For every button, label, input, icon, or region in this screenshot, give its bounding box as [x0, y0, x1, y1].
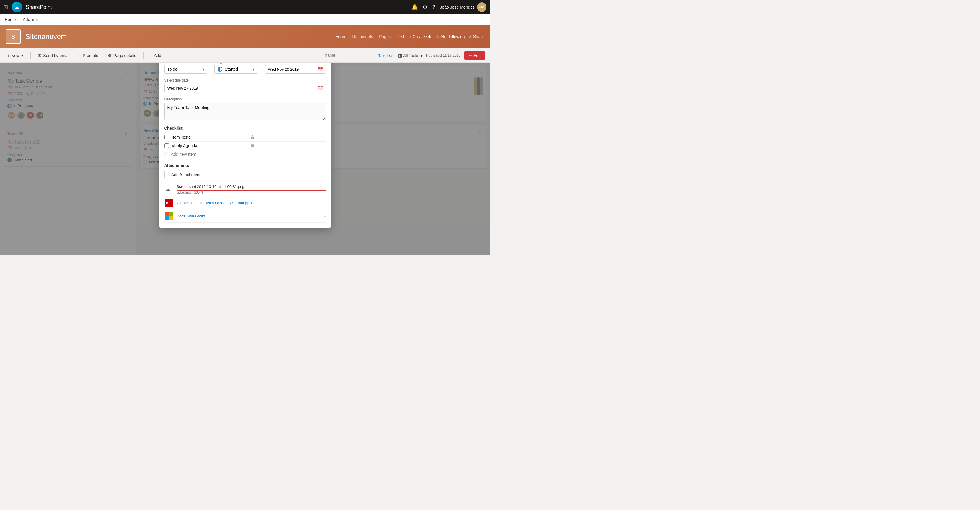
share-button[interactable]: ↗ Share [468, 34, 484, 39]
office-more-button[interactable]: ··· [323, 214, 326, 218]
send-email-button[interactable]: ✉ Send by email [35, 52, 72, 59]
refresh-icon: ↻ [378, 53, 382, 58]
app-name: SharePoint [26, 4, 52, 10]
modal-overlay: ··· ✕ ✓ ✓ Team Task - Meeting • [0, 63, 490, 255]
upload-icon: ☁↑ [164, 185, 174, 194]
office-icon [164, 211, 174, 221]
page-details-button[interactable]: ⚙ Page details [105, 52, 138, 59]
top-nav: ⊞ ☁ SharePoint 🔔 ⚙ ? João José Mendes JM [0, 0, 490, 14]
description-textarea[interactable]: My Team Task Meeting [164, 102, 326, 120]
task-modal: ··· ✕ ✓ ✓ Team Task - Meeting • [159, 63, 331, 228]
refresh-button[interactable]: ↻ refresh [378, 53, 396, 58]
checklist-title: Checklist [164, 126, 326, 131]
due-date-label: Select due date [164, 78, 326, 83]
app-logo: ☁ [11, 2, 22, 13]
progress-chevron: ▾ [253, 67, 255, 72]
bucket-label: Select an Bucket [164, 63, 208, 64]
toolbar-separator-1 [30, 52, 31, 59]
svg-rect-4 [165, 216, 169, 220]
user-avatar: JM [477, 2, 487, 12]
progress-group: Progress Started ▾ [215, 63, 258, 73]
attachment-office: Docs SharePoint ··· [164, 209, 326, 223]
site-nav: Home Documents Pages Test [335, 34, 404, 39]
top-nav-actions: 🔔 ⚙ ? João José Mendes JM [411, 2, 487, 12]
share-icon: ↗ [468, 34, 472, 39]
attachment-pptx: P 20190920_GROUNDFORCE_BY_Final.pptx ··· [164, 196, 326, 209]
site-name: Sitenanuvem [25, 32, 331, 41]
toolbar-right: ↻ refresh ▦ All Tasks ▾ Published 11/17/… [323, 51, 485, 60]
checklist-checkbox-1[interactable] [164, 135, 169, 139]
all-tasks-filter[interactable]: ▦ All Tasks ▾ [398, 53, 423, 58]
promote-button[interactable]: ↑ Promote [76, 52, 101, 59]
add-item-checkbox [164, 153, 168, 156]
due-date-group: Select due date 📅 [164, 78, 326, 92]
waffle-icon[interactable]: ⊞ [3, 4, 8, 10]
svg-rect-2 [165, 212, 169, 216]
upload-status: uploading... 100 % [177, 191, 326, 194]
due-date-calendar-icon[interactable]: 📅 [318, 86, 323, 91]
email-icon: ✉ [38, 53, 41, 58]
modal-form-row-2: Select due date 📅 [159, 78, 331, 97]
attachments-section: Attachments + Add Attachment ☁↑ Screensh… [159, 163, 331, 228]
due-date-input-wrapper: 📅 [164, 84, 326, 92]
pptx-name[interactable]: 20190920_GROUNDFORCE_BY_Final.pptx [177, 201, 320, 205]
progress-label: Progress [215, 63, 258, 64]
plus-icon: + [7, 53, 10, 58]
user-name: João José Mendes [440, 5, 475, 10]
add-button[interactable]: + Add [148, 52, 164, 59]
gear-icon: ⚙ [108, 53, 111, 58]
progress-select[interactable]: Started ▾ [215, 65, 258, 73]
notification-icon[interactable]: 🔔 [411, 4, 418, 10]
filter-icon: ▦ [398, 53, 402, 58]
checklist-section: Checklist Item Teste 🗑 Verify Agenda 🗑 [159, 126, 331, 163]
attachments-title: Attachments [164, 163, 326, 168]
checklist-item-2-label: Verify Agenda [172, 143, 248, 148]
upload-filename: Screenshot 2019-10-10 at 11.06.31.png [177, 184, 326, 189]
attachment-upload: ☁↑ Screenshot 2019-10-10 at 11.06.31.png… [164, 183, 326, 196]
user-menu[interactable]: João José Mendes JM [440, 2, 487, 12]
checklist-item-1: Item Teste 🗑 [164, 133, 326, 142]
task-search-input[interactable] [323, 52, 376, 59]
chevron-down-icon: ▾ [421, 53, 423, 58]
site-nav-pages[interactable]: Pages [379, 34, 391, 39]
svg-rect-5 [169, 216, 173, 220]
help-icon[interactable]: ? [432, 4, 435, 10]
create-site-button[interactable]: + Create site [409, 34, 433, 39]
pptx-icon: P [164, 198, 174, 207]
svg-text:P: P [166, 202, 168, 205]
not-following-button[interactable]: ☆ Not following [436, 34, 465, 39]
new-button[interactable]: + New ▾ [5, 52, 26, 59]
upload-info: Screenshot 2019-10-10 at 11.06.31.png up… [177, 184, 326, 194]
checklist-checkbox-2[interactable] [164, 143, 169, 148]
edit-button[interactable]: ✏ Edit [464, 51, 485, 60]
progress-value: Started [225, 67, 238, 72]
published-info: Published 11/17/2019 [426, 54, 460, 57]
start-date-calendar-icon[interactable]: 📅 [318, 67, 323, 72]
site-logo: S [6, 29, 21, 44]
secondary-nav: Home Add link [0, 14, 490, 25]
star-icon: ☆ [436, 34, 440, 39]
add-item-input[interactable] [171, 152, 326, 156]
due-date-input[interactable] [167, 86, 318, 91]
office-name[interactable]: Docs SharePoint [177, 214, 320, 218]
pptx-more-button[interactable]: ··· [323, 200, 326, 205]
nav-add-link[interactable]: Add link [23, 17, 38, 22]
start-date-group: Select start date 📅 [265, 63, 326, 73]
page-toolbar: + New ▾ ✉ Send by email ↑ Promote ⚙ Page… [0, 48, 490, 63]
start-date-input[interactable] [268, 67, 318, 72]
description-label: Description [164, 97, 326, 101]
site-nav-home[interactable]: Home [335, 34, 346, 39]
bucket-select-wrapper: To do [164, 65, 208, 73]
checklist-delete-2[interactable]: 🗑 [250, 143, 326, 148]
main-content: New Site ○ My Task Sample My Task Sample… [0, 63, 490, 255]
checklist-item-2: Verify Agenda 🗑 [164, 142, 326, 150]
settings-icon[interactable]: ⚙ [423, 4, 427, 10]
site-nav-documents[interactable]: Documents [352, 34, 373, 39]
checklist-delete-1[interactable]: 🗑 [250, 135, 326, 139]
site-nav-test[interactable]: Test [397, 34, 404, 39]
nav-home[interactable]: Home [5, 17, 16, 22]
add-attachment-button[interactable]: + Add Attachment [164, 170, 204, 179]
site-header-actions: + Create site ☆ Not following ↗ Share [409, 34, 484, 39]
checklist-item-1-label: Item Teste [172, 135, 248, 139]
bucket-select[interactable]: To do [164, 65, 208, 73]
